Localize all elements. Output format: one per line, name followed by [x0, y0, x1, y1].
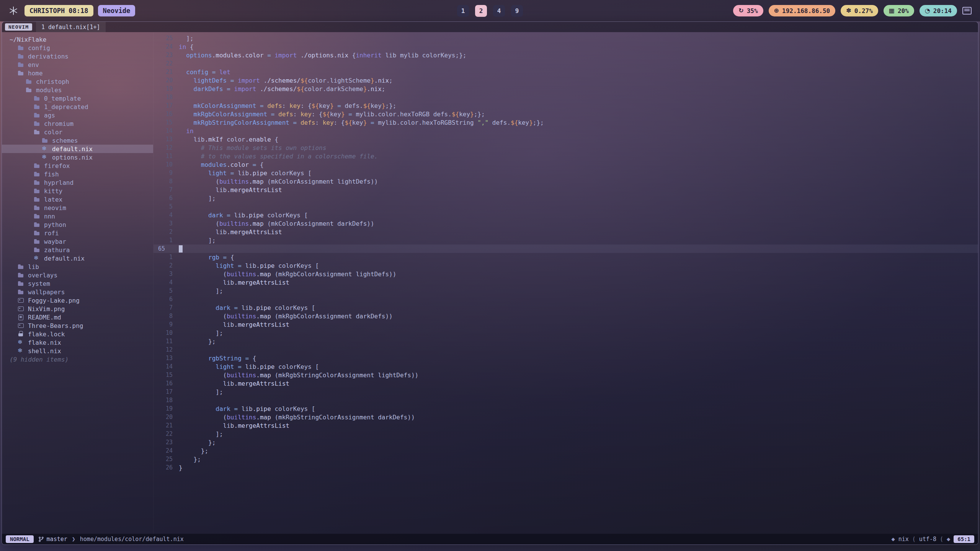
code-line[interactable]: 6 ];: [154, 194, 978, 202]
code-line[interactable]: 22 ];: [154, 430, 978, 438]
tab-default-nix[interactable]: 1 default.nix[1+]: [36, 22, 106, 32]
code-line[interactable]: 18: [154, 93, 978, 101]
code-line[interactable]: 5: [154, 202, 978, 211]
tree-item-schemes[interactable]: schemes: [2, 136, 153, 145]
code-line[interactable]: 5 ];: [154, 287, 978, 295]
tree-item-1_deprecated[interactable]: 1_deprecated: [2, 103, 153, 111]
code-line[interactable]: 1 ];: [154, 236, 978, 245]
tree-item-system[interactable]: system: [2, 279, 153, 288]
code-line[interactable]: 19 dark = lib.pipe colorKeys [: [154, 404, 978, 413]
code-line[interactable]: 6: [154, 295, 978, 303]
code-line[interactable]: 1 rgb = {: [154, 253, 978, 261]
tree-item-readme.md[interactable]: README.md: [2, 313, 153, 321]
tree-item-hyprland[interactable]: hyprland: [2, 178, 153, 187]
tree-item-~nixflake[interactable]: ~/NixFlake: [2, 35, 153, 44]
code-line[interactable]: 25 };: [154, 455, 978, 463]
tree-item-rofi[interactable]: rofi: [2, 229, 153, 237]
tree-item-derivations[interactable]: derivations: [2, 52, 153, 60]
code-line[interactable]: 10 modules.color = {: [154, 160, 978, 169]
code-line[interactable]: 24 };: [154, 447, 978, 455]
code-line[interactable]: 10 ];: [154, 329, 978, 337]
code-line[interactable]: 23 };: [154, 438, 978, 447]
tree-item-fish[interactable]: fish: [2, 170, 153, 178]
code-line[interactable]: 8 (builtins.map (mkRgbColorAssignment da…: [154, 312, 978, 320]
tree-item-firefox[interactable]: firefox: [2, 161, 153, 170]
stat-disk[interactable]: 20%: [884, 5, 914, 16]
tree-item-config[interactable]: config: [2, 44, 153, 52]
code-area[interactable]: 25 ];24in {23 options.modules.color = im…: [154, 32, 978, 534]
code-line[interactable]: 11 # to the values specified in a colors…: [154, 152, 978, 160]
code-line[interactable]: 13 rgbString = {: [154, 354, 978, 362]
tree-item-nixvim.png[interactable]: NixVim.png: [2, 305, 153, 313]
code-line[interactable]: 7 lib.mergeAttrsList: [154, 186, 978, 194]
tree-item-options.nix[interactable]: options.nix: [2, 153, 153, 161]
tree-item-three-bears.png[interactable]: Three-Bears.png: [2, 321, 153, 330]
tree-item-shell.nix[interactable]: shell.nix: [2, 347, 153, 355]
code-line[interactable]: 23 options.modules.color = import ./opti…: [154, 51, 978, 59]
code-line[interactable]: 24in {: [154, 42, 978, 51]
tree-item-zathura[interactable]: zathura: [2, 246, 153, 254]
tree-item-color[interactable]: color: [2, 128, 153, 136]
stat-cpu[interactable]: 0.27%: [841, 5, 878, 16]
tree-item-chromium[interactable]: chromium: [2, 119, 153, 128]
code-line[interactable]: 14 in: [154, 127, 978, 135]
tree-item-overlays[interactable]: overlays: [2, 271, 153, 279]
tree-item-waybar[interactable]: waybar: [2, 237, 153, 246]
tree-item-default.nix[interactable]: default.nix: [2, 145, 153, 153]
code-line[interactable]: 17 ];: [154, 388, 978, 396]
code-line[interactable]: 14 light = lib.pipe colorKeys [: [154, 362, 978, 371]
code-line[interactable]: 13 lib.mkIf color.enable {: [154, 135, 978, 143]
tree-item-python[interactable]: python: [2, 220, 153, 229]
tree-item-0_template[interactable]: 0_template: [2, 94, 153, 103]
tree-item-env[interactable]: env: [2, 60, 153, 69]
tree-item-flake.nix[interactable]: flake.nix: [2, 338, 153, 347]
code-line[interactable]: 20 (builtins.map (mkRgbStringColorAssign…: [154, 413, 978, 421]
code-line[interactable]: 19 darkDefs = import ./schemes/${color.d…: [154, 85, 978, 93]
tree-item-flake.lock[interactable]: flake.lock: [2, 330, 153, 338]
tree-item-latex[interactable]: latex: [2, 195, 153, 204]
code-line[interactable]: 3 (builtins.map (mkColorAssignment darkD…: [154, 219, 978, 228]
tree-item-home[interactable]: home: [2, 69, 153, 77]
git-branch[interactable]: master: [38, 536, 67, 543]
code-line[interactable]: 4 lib.mergeAttrsList: [154, 278, 978, 287]
code-line[interactable]: 9 lib.mergeAttrsList: [154, 320, 978, 329]
workspace-4[interactable]: 4: [493, 5, 505, 17]
code-line[interactable]: 65: [154, 245, 978, 253]
tree-item-wallpapers[interactable]: wallpapers: [2, 288, 153, 296]
code-line[interactable]: 21 lib.mergeAttrsList: [154, 421, 978, 430]
code-line[interactable]: 17 mkColorAssignment = defs: key: {${key…: [154, 101, 978, 110]
code-line[interactable]: 4 dark = lib.pipe colorKeys [: [154, 211, 978, 219]
tree-item-neovim[interactable]: neovim: [2, 204, 153, 212]
code-line[interactable]: 3 (builtins.map (mkRgbColorAssignment li…: [154, 270, 978, 278]
code-line[interactable]: 12: [154, 346, 978, 354]
tree-item-kitty[interactable]: kitty: [2, 187, 153, 195]
workspace-2[interactable]: 2: [475, 5, 487, 17]
tree-item-default.nix[interactable]: default.nix: [2, 254, 153, 262]
code-line[interactable]: 18: [154, 396, 978, 404]
code-line[interactable]: 25 ];: [154, 34, 978, 42]
stat-memory[interactable]: 35%: [733, 5, 763, 16]
workspace-1[interactable]: 1: [457, 5, 469, 17]
tree-item-ags[interactable]: ags: [2, 111, 153, 119]
workspace-9[interactable]: 9: [511, 5, 523, 17]
code-line[interactable]: 21 config = let: [154, 68, 978, 76]
stat-network[interactable]: 192.168.86.50: [769, 5, 836, 16]
code-line[interactable]: 15 (builtins.map (mkRgbStringColorAssign…: [154, 371, 978, 379]
stat-clock[interactable]: 20:14: [920, 5, 957, 16]
code-line[interactable]: 7 dark = lib.pipe colorKeys [: [154, 303, 978, 312]
tree-item-lib[interactable]: lib: [2, 262, 153, 271]
tree-item-modules[interactable]: modules: [2, 86, 153, 94]
code-line[interactable]: 26}: [154, 463, 978, 472]
code-line[interactable]: 15 mkRgbStringColorAssignment = defs: ke…: [154, 118, 978, 127]
tray-icon[interactable]: [962, 7, 972, 15]
code-line[interactable]: 9 light = lib.pipe colorKeys [: [154, 169, 978, 177]
code-line[interactable]: 12 # This module sets its own options: [154, 143, 978, 152]
code-line[interactable]: 16 lib.mergeAttrsList: [154, 379, 978, 388]
code-line[interactable]: 16 mkRgbColorAssignment = defs: key: {${…: [154, 110, 978, 118]
tree-item-nnn[interactable]: nnn: [2, 212, 153, 220]
code-line[interactable]: 22: [154, 59, 978, 68]
tree-item-foggy-lake.png[interactable]: Foggy-Lake.png: [2, 296, 153, 305]
code-line[interactable]: 2 light = lib.pipe colorKeys [: [154, 261, 978, 270]
code-line[interactable]: 20 lightDefs = import ./schemes/${color.…: [154, 76, 978, 85]
code-line[interactable]: 8 (builtins.map (mkColorAssignment light…: [154, 177, 978, 186]
